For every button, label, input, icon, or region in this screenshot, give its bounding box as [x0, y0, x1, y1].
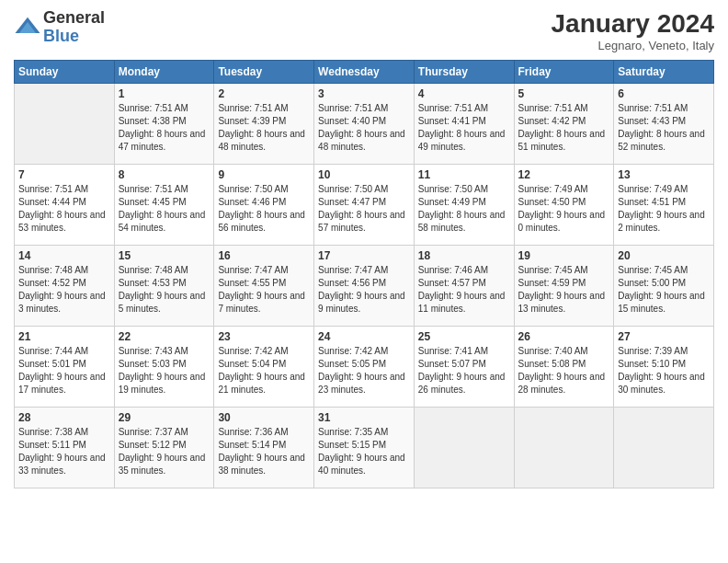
day-cell: 19 Sunrise: 7:45 AM Sunset: 4:59 PM Dayl…: [514, 246, 614, 327]
daylight: Daylight: 9 hours and 9 minutes.: [318, 291, 405, 314]
day-number: 1: [119, 87, 210, 100]
daylight: Daylight: 8 hours and 54 minutes.: [119, 210, 206, 233]
day-cell: 21 Sunrise: 7:44 AM Sunset: 5:01 PM Dayl…: [15, 327, 115, 408]
week-row-2: 7 Sunrise: 7:51 AM Sunset: 4:44 PM Dayli…: [15, 165, 714, 246]
sunset: Sunset: 5:04 PM: [218, 359, 286, 369]
sunrise: Sunrise: 7:45 AM: [518, 265, 588, 275]
sunset: Sunset: 4:46 PM: [218, 197, 286, 207]
sunrise: Sunrise: 7:40 AM: [518, 346, 588, 356]
sunrise: Sunrise: 7:50 AM: [318, 184, 388, 194]
sunrise: Sunrise: 7:51 AM: [418, 103, 488, 113]
day-number: 20: [618, 249, 710, 262]
daylight: Daylight: 9 hours and 38 minutes.: [218, 453, 305, 476]
daylight: Daylight: 9 hours and 5 minutes.: [119, 291, 206, 314]
daylight: Daylight: 8 hours and 51 minutes.: [518, 129, 606, 152]
day-number: 13: [618, 168, 710, 181]
daylight: Daylight: 8 hours and 47 minutes.: [119, 129, 206, 152]
day-cell: 2 Sunrise: 7:51 AM Sunset: 4:39 PM Dayli…: [214, 84, 314, 165]
day-info: Sunrise: 7:51 AM Sunset: 4:40 PM Dayligh…: [318, 102, 410, 154]
sunset: Sunset: 4:40 PM: [318, 116, 386, 126]
day-info: Sunrise: 7:46 AM Sunset: 4:57 PM Dayligh…: [418, 264, 510, 316]
sunrise: Sunrise: 7:46 AM: [418, 265, 488, 275]
day-number: 12: [518, 168, 610, 181]
day-info: Sunrise: 7:49 AM Sunset: 4:51 PM Dayligh…: [618, 183, 710, 235]
day-number: 15: [119, 249, 210, 262]
day-cell: 30 Sunrise: 7:36 AM Sunset: 5:14 PM Dayl…: [214, 408, 314, 488]
day-info: Sunrise: 7:42 AM Sunset: 5:04 PM Dayligh…: [218, 345, 310, 396]
calendar-page: General Blue January 2024 Legnaro, Venet…: [0, 0, 728, 563]
day-cell: 10 Sunrise: 7:50 AM Sunset: 4:47 PM Dayl…: [314, 165, 415, 246]
sunset: Sunset: 5:11 PM: [18, 440, 86, 450]
day-number: 19: [518, 249, 610, 262]
week-row-1: 1 Sunrise: 7:51 AM Sunset: 4:38 PM Dayli…: [15, 84, 714, 165]
daylight: Daylight: 9 hours and 23 minutes.: [318, 372, 405, 395]
day-cell: [414, 408, 514, 488]
daylight: Daylight: 9 hours and 13 minutes.: [518, 291, 606, 314]
sunrise: Sunrise: 7:48 AM: [119, 265, 188, 275]
day-info: Sunrise: 7:44 AM Sunset: 5:01 PM Dayligh…: [18, 345, 110, 396]
daylight: Daylight: 9 hours and 35 minutes.: [119, 453, 206, 476]
sunset: Sunset: 4:56 PM: [318, 278, 386, 288]
sunrise: Sunrise: 7:41 AM: [418, 346, 488, 356]
day-info: Sunrise: 7:45 AM Sunset: 4:59 PM Dayligh…: [518, 264, 610, 316]
sunset: Sunset: 4:42 PM: [518, 116, 586, 126]
day-cell: 11 Sunrise: 7:50 AM Sunset: 4:49 PM Dayl…: [414, 165, 514, 246]
sunset: Sunset: 4:59 PM: [518, 278, 586, 288]
sunset: Sunset: 4:39 PM: [218, 116, 286, 126]
day-info: Sunrise: 7:49 AM Sunset: 4:50 PM Dayligh…: [518, 183, 610, 235]
day-cell: 18 Sunrise: 7:46 AM Sunset: 4:57 PM Dayl…: [414, 246, 514, 327]
sunset: Sunset: 4:44 PM: [18, 197, 86, 207]
day-cell: 3 Sunrise: 7:51 AM Sunset: 4:40 PM Dayli…: [314, 84, 415, 165]
sunrise: Sunrise: 7:47 AM: [218, 265, 288, 275]
day-info: Sunrise: 7:40 AM Sunset: 5:08 PM Dayligh…: [518, 345, 610, 396]
day-info: Sunrise: 7:37 AM Sunset: 5:12 PM Dayligh…: [119, 426, 210, 477]
day-number: 18: [418, 249, 510, 262]
sunset: Sunset: 5:05 PM: [318, 359, 386, 369]
day-info: Sunrise: 7:38 AM Sunset: 5:11 PM Dayligh…: [18, 426, 110, 477]
header: General Blue January 2024 Legnaro, Venet…: [14, 9, 714, 52]
day-info: Sunrise: 7:50 AM Sunset: 4:49 PM Dayligh…: [418, 183, 510, 235]
sunrise: Sunrise: 7:38 AM: [18, 427, 88, 437]
sunset: Sunset: 4:57 PM: [418, 278, 486, 288]
day-info: Sunrise: 7:51 AM Sunset: 4:38 PM Dayligh…: [119, 102, 210, 154]
day-number: 11: [418, 168, 510, 181]
daylight: Daylight: 9 hours and 28 minutes.: [518, 372, 606, 395]
day-info: Sunrise: 7:50 AM Sunset: 4:47 PM Dayligh…: [318, 183, 410, 235]
sunset: Sunset: 4:41 PM: [418, 116, 486, 126]
day-cell: 12 Sunrise: 7:49 AM Sunset: 4:50 PM Dayl…: [514, 165, 614, 246]
sunset: Sunset: 5:12 PM: [119, 440, 187, 450]
sunrise: Sunrise: 7:51 AM: [119, 184, 188, 194]
day-cell: [614, 408, 714, 488]
day-cell: 14 Sunrise: 7:48 AM Sunset: 4:52 PM Dayl…: [15, 246, 115, 327]
day-info: Sunrise: 7:35 AM Sunset: 5:15 PM Dayligh…: [318, 426, 410, 477]
sunrise: Sunrise: 7:42 AM: [218, 346, 288, 356]
day-info: Sunrise: 7:45 AM Sunset: 5:00 PM Dayligh…: [618, 264, 710, 316]
sunrise: Sunrise: 7:51 AM: [18, 184, 88, 194]
sunrise: Sunrise: 7:51 AM: [318, 103, 388, 113]
daylight: Daylight: 8 hours and 58 minutes.: [418, 210, 506, 233]
day-cell: 5 Sunrise: 7:51 AM Sunset: 4:42 PM Dayli…: [514, 84, 614, 165]
day-number: 4: [418, 87, 510, 100]
daylight: Daylight: 9 hours and 21 minutes.: [218, 372, 305, 395]
day-info: Sunrise: 7:51 AM Sunset: 4:44 PM Dayligh…: [18, 183, 110, 235]
col-thursday: Thursday: [414, 61, 514, 84]
day-number: 6: [618, 87, 710, 100]
day-number: 21: [18, 330, 110, 343]
day-number: 9: [218, 168, 310, 181]
day-number: 7: [18, 168, 110, 181]
daylight: Daylight: 9 hours and 33 minutes.: [18, 453, 106, 476]
sunset: Sunset: 5:01 PM: [18, 359, 86, 369]
logo-general: General: [43, 9, 105, 28]
sunrise: Sunrise: 7:39 AM: [618, 346, 688, 356]
sunset: Sunset: 4:53 PM: [119, 278, 187, 288]
sunrise: Sunrise: 7:48 AM: [18, 265, 88, 275]
day-info: Sunrise: 7:51 AM Sunset: 4:42 PM Dayligh…: [518, 102, 610, 154]
sunrise: Sunrise: 7:50 AM: [418, 184, 488, 194]
day-number: 3: [318, 87, 410, 100]
logo-blue: Blue: [43, 28, 105, 46]
sunset: Sunset: 5:10 PM: [618, 359, 686, 369]
sunrise: Sunrise: 7:43 AM: [119, 346, 188, 356]
day-number: 14: [18, 249, 110, 262]
sunrise: Sunrise: 7:50 AM: [218, 184, 288, 194]
day-number: 22: [119, 330, 210, 343]
